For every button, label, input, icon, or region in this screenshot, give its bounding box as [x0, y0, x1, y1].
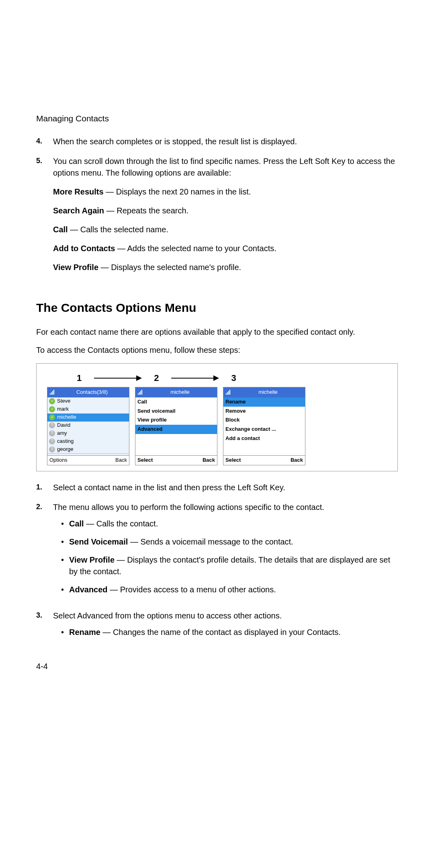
screen-title: michelle [145, 389, 215, 396]
menu-item-selected: Rename [223, 397, 305, 407]
contact-name: Steve [57, 397, 70, 405]
bullet-text: Call — Calls the contact. [69, 518, 398, 530]
instruction-list-2: 1. Select a contact name in the list and… [36, 482, 398, 645]
softkey-bar: Select Back [223, 455, 305, 465]
option-label: Call [53, 225, 68, 234]
bullet-item: •Send Voicemail — Sends a voicemail mess… [53, 536, 398, 548]
contact-name: amy [57, 430, 67, 437]
screen-title: michelle [233, 389, 303, 396]
advanced-menu: Rename Remove Block Exchange contact ...… [223, 397, 305, 455]
status-online-icon: ✓ [49, 406, 55, 412]
menu-item: Exchange contact ... [223, 425, 305, 434]
list-item: 1. Select a contact name in the list and… [36, 482, 398, 493]
bullet-icon: • [61, 584, 69, 596]
option-label: Search Again [53, 206, 104, 215]
arrow-icon [86, 375, 150, 381]
screen-statusbar: Contacts(3/8) [47, 387, 129, 397]
softkey-bar: Select Back [135, 455, 217, 465]
item-body: The menu allows you to perform the follo… [53, 502, 398, 602]
bullet-text: View Profile — Displays the contact's pr… [69, 554, 398, 577]
signal-icon [50, 390, 54, 395]
menu-item: Block [223, 416, 305, 425]
figure-container: 1 2 3 Contacts(3/8) ✓Steve ✓mark ✓michel… [36, 363, 398, 471]
item-text: Select a contact name in the list and th… [53, 482, 398, 493]
bullet-icon: • [61, 536, 69, 548]
option-label: Send Voicemail [69, 537, 128, 546]
status-offline-icon: ? [49, 430, 55, 436]
menu-item-selected: Advanced [135, 425, 217, 434]
list-item: 2. The menu allows you to perform the fo… [36, 502, 398, 602]
item-number: 2. [36, 502, 53, 602]
item-body: You can scroll down through the list to … [53, 156, 398, 280]
option-desc: — Changes the name of the contact as dis… [100, 628, 341, 637]
bullet-text: Advanced — Provides access to a menu of … [69, 584, 398, 596]
option-desc: — Displays the selected name's profile. [98, 263, 241, 272]
bullet-icon: • [61, 626, 69, 638]
bullet-item: •View Profile — Displays the contact's p… [53, 554, 398, 577]
bullet-item: •Advanced — Provides access to a menu of… [53, 584, 398, 596]
option-label: Add to Contacts [53, 244, 115, 253]
option-definition: More Results — Displays the next 20 name… [53, 186, 398, 198]
section-heading: The Contacts Options Menu [36, 299, 398, 317]
left-softkey: Select [137, 457, 153, 464]
contact-name: mark [57, 405, 69, 413]
step-number: 2 [154, 372, 159, 385]
option-label: Rename [69, 628, 100, 637]
option-definition: Search Again — Repeats the search. [53, 205, 398, 217]
item-text: You can scroll down through the list to … [53, 157, 395, 177]
bullet-icon: • [61, 554, 69, 577]
bullet-list: •Rename — Changes the name of the contac… [53, 626, 398, 638]
menu-item: Call [135, 397, 217, 407]
status-offline-icon: ? [49, 422, 55, 428]
status-online-icon: ✓ [49, 398, 55, 404]
contact-row: ?george [47, 446, 129, 454]
page-number: 4-4 [36, 661, 398, 672]
contact-row: ?David [47, 422, 129, 430]
instruction-list-1: 4. When the search completes or is stopp… [36, 136, 398, 280]
option-desc: — Calls the contact. [84, 519, 158, 528]
contact-row: ?casting [47, 438, 129, 446]
right-softkey: Back [291, 457, 303, 464]
list-item: 3. Select Advanced from the options menu… [36, 610, 398, 645]
intro-paragraph: For each contact name there are options … [36, 326, 398, 338]
item-number: 5. [36, 156, 53, 280]
option-desc: — Calls the selected name. [68, 225, 168, 234]
list-item: 4. When the search completes or is stopp… [36, 136, 398, 147]
bullet-item: •Rename — Changes the name of the contac… [53, 626, 398, 638]
contact-row-selected: ✓michelle [47, 414, 129, 422]
bullet-list: •Call — Calls the contact. •Send Voicema… [53, 518, 398, 596]
options-menu: Call Send voicemail View profile Advance… [135, 397, 217, 455]
option-desc: — Displays the contact's profile details… [69, 555, 390, 576]
signal-icon [138, 390, 142, 395]
item-number: 3. [36, 610, 53, 645]
item-number: 4. [36, 136, 53, 147]
bullet-text: Send Voicemail — Sends a voicemail messa… [69, 536, 398, 548]
option-desc: — Provides access to a menu of other act… [108, 585, 276, 594]
signal-icon [226, 390, 230, 395]
option-desc: — Repeats the search. [104, 206, 188, 215]
option-label: Advanced [69, 585, 108, 594]
item-text: The menu allows you to perform the follo… [53, 503, 324, 512]
contact-row: ?amy [47, 430, 129, 438]
status-online-icon: ✓ [49, 414, 55, 420]
menu-item: Remove [223, 407, 305, 416]
option-label: View Profile [69, 555, 115, 564]
right-softkey: Back [203, 457, 215, 464]
contact-name: casting [57, 438, 74, 445]
bullet-item: •Call — Calls the contact. [53, 518, 398, 530]
arrow-icon [163, 375, 227, 381]
status-offline-icon: ? [49, 438, 55, 444]
screen-statusbar: michelle [135, 387, 217, 397]
list-item: 5. You can scroll down through the list … [36, 156, 398, 280]
status-offline-icon: ? [49, 446, 55, 452]
screens-row: Contacts(3/8) ✓Steve ✓mark ✓michelle ?Da… [41, 387, 393, 465]
bullet-text: Rename — Changes the name of the contact… [69, 626, 398, 638]
phone-screen-1: Contacts(3/8) ✓Steve ✓mark ✓michelle ?Da… [47, 387, 129, 465]
step-number: 1 [77, 372, 82, 385]
option-desc: — Displays the next 20 names in the list… [104, 187, 251, 196]
menu-item: View profile [135, 416, 217, 425]
menu-item: Send voicemail [135, 407, 217, 416]
phone-screen-3: michelle Rename Remove Block Exchange co… [223, 387, 305, 465]
option-desc: — Sends a voicemail message to the conta… [128, 537, 293, 546]
step-number: 3 [231, 372, 236, 385]
